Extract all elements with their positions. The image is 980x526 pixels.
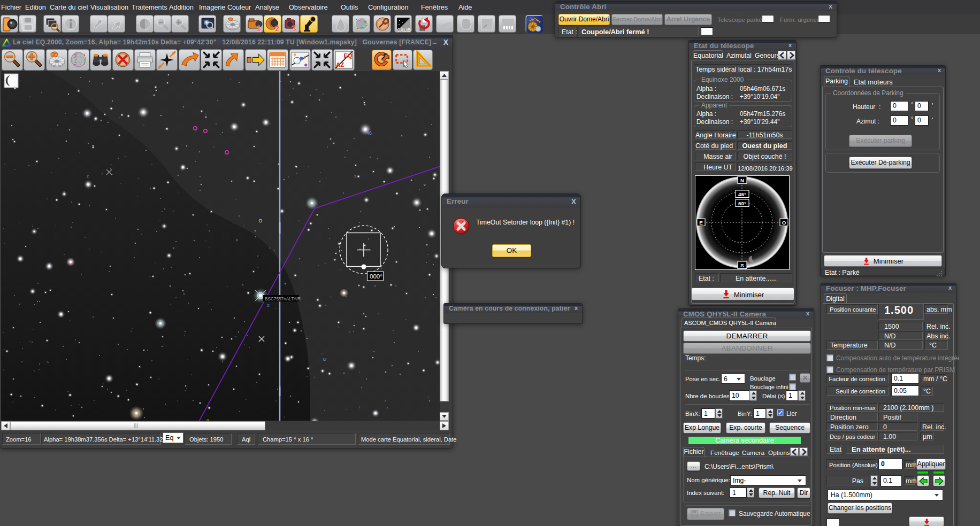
svg-text:EQ: EQ bbox=[343, 52, 353, 59]
svg-text:α: α bbox=[267, 303, 270, 308]
svg-text:BSC7557=ALTAIR: BSC7557=ALTAIR bbox=[265, 297, 301, 301]
svg-text:v: v bbox=[424, 182, 426, 187]
svg-text:1: 1 bbox=[257, 24, 261, 33]
svg-text:2: 2 bbox=[275, 24, 279, 33]
svg-text:N: N bbox=[740, 177, 744, 183]
svg-text:o: o bbox=[206, 417, 209, 421]
svg-text:u: u bbox=[323, 357, 326, 362]
svg-text:S: S bbox=[740, 262, 744, 268]
svg-text:3: 3 bbox=[292, 24, 296, 33]
svg-text:E: E bbox=[699, 220, 703, 226]
svg-text:CALIB: CALIB bbox=[397, 27, 411, 33]
svg-text:AZ: AZ bbox=[336, 61, 344, 68]
svg-text:O: O bbox=[782, 220, 786, 226]
svg-text:46: 46 bbox=[366, 130, 372, 136]
svg-text:z: z bbox=[87, 174, 89, 179]
svg-text:000°: 000° bbox=[370, 273, 382, 280]
svg-text:60°: 60° bbox=[738, 200, 746, 206]
svg-text:z: z bbox=[354, 174, 356, 179]
svg-text:45°: 45° bbox=[738, 191, 746, 197]
